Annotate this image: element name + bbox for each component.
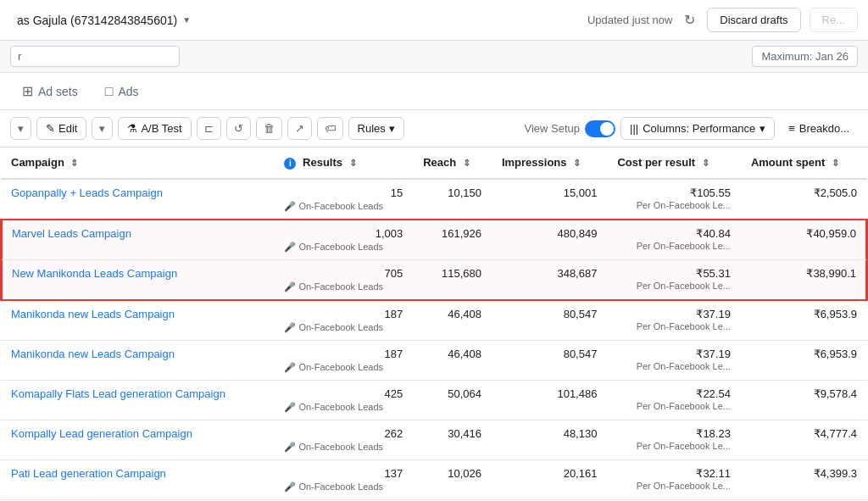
impressions-header-label: Impressions: [502, 156, 567, 169]
amount-cell: ₹4,777.4: [741, 420, 867, 459]
table-row: Kompally Lead generation Campaign 262 🎤 …: [1, 420, 867, 459]
view-setup: View Setup: [525, 120, 616, 137]
campaign-header-label: Campaign: [11, 156, 64, 169]
table-row: New Manikonda Leads Campaign 705 🎤 On-Fa…: [1, 259, 867, 300]
top-bar-right: Updated just now ↻ Discard drafts Re...: [587, 8, 858, 32]
cost-cell: ₹37.19 Per On-Facebook Le...: [607, 340, 741, 380]
campaign-name[interactable]: Marvel Leads Campaign: [12, 227, 264, 240]
ad-sets-icon: ⊞: [22, 83, 33, 99]
tag-button[interactable]: 🏷: [317, 117, 343, 140]
cost-sort-icon: ⇕: [702, 158, 709, 169]
results-cell: 1,003 🎤 On-Facebook Leads: [274, 220, 413, 260]
campaign-name[interactable]: Kompally Lead generation Campaign: [11, 427, 264, 440]
rules-button[interactable]: Rules ▾: [348, 117, 404, 140]
impressions-cell: 80,547: [492, 340, 607, 380]
cost-cell: ₹22.54 Per On-Facebook Le...: [607, 380, 741, 420]
rules-label: Rules: [358, 122, 386, 135]
campaigns-table: Campaign ⇕ i Results ⇕ Reach ⇕ Impressio…: [0, 148, 868, 500]
breakdown-icon: ≡: [788, 122, 795, 135]
table-row: Marvel Leads Campaign 1,003 🎤 On-Faceboo…: [1, 220, 867, 260]
microphone-icon: 🎤: [284, 362, 296, 373]
cost-cell: ₹18.23 Per On-Facebook Le...: [607, 420, 741, 459]
refresh-button[interactable]: ↻: [681, 8, 698, 31]
campaign-cell: Kompally Lead generation Campaign: [1, 420, 274, 459]
results-type: On-Facebook Leads: [298, 322, 383, 332]
cost-cell: ₹40.84 Per On-Facebook Le...: [607, 220, 741, 260]
microphone-icon: 🎤: [284, 322, 296, 333]
edit-label: Edit: [58, 122, 77, 135]
tab-ads[interactable]: □ Ads: [93, 77, 151, 106]
impressions-cell: 101,486: [492, 380, 607, 420]
date-range-input[interactable]: [10, 46, 180, 67]
tab-ad-sets[interactable]: ⊞ Ad sets: [10, 76, 90, 106]
columns-icon: |||: [630, 122, 638, 135]
tabs-row: ⊞ Ad sets □ Ads: [0, 73, 868, 110]
cost-cell: ₹37.19 Per On-Facebook Le...: [607, 300, 741, 341]
review-button[interactable]: Re...: [810, 8, 858, 32]
campaign-name[interactable]: Gopanpally + Leads Campaign: [11, 186, 264, 199]
campaign-name[interactable]: Komapally Flats Lead generation Campaign: [11, 387, 264, 400]
undo-button[interactable]: ↺: [226, 117, 251, 140]
campaign-cell: Gopanpally + Leads Campaign: [1, 179, 274, 220]
amount-cell: ₹38,990.1: [741, 259, 867, 300]
header-amount-spent: Amount spent ⇕: [741, 148, 867, 179]
top-bar: as Gajula (673142843845601) ▼ Updated ju…: [0, 0, 868, 41]
amount-cell: ₹4,399.3: [741, 459, 867, 499]
campaign-cell: Manikonda new Leads Campaign: [1, 340, 274, 380]
campaign-sort-icon: ⇕: [70, 158, 78, 169]
impressions-cell: 348,687: [492, 259, 607, 300]
columns-chevron-icon: ▾: [760, 122, 765, 135]
amount-cell: ₹6,953.9: [741, 340, 867, 380]
results-cell: 187 🎤 On-Facebook Leads: [274, 300, 413, 341]
amount-cell: ₹2,505.0: [741, 179, 867, 220]
edit-more-button[interactable]: ▾: [92, 117, 113, 140]
cost-header-label: Cost per result: [617, 156, 695, 169]
campaign-cell: Komapally Flats Lead generation Campaign: [1, 380, 274, 420]
amount-cell: ₹6,953.9: [741, 300, 867, 341]
reach-cell: 115,680: [413, 259, 492, 300]
move-button[interactable]: ↗: [287, 117, 312, 140]
campaign-cell: Pati Lead generation Campaign: [1, 459, 274, 499]
results-cell: 425 🎤 On-Facebook Leads: [274, 380, 413, 420]
campaign-cell: Manikonda new Leads Campaign: [1, 300, 274, 341]
reach-sort-icon: ⇕: [463, 158, 470, 169]
header-campaign: Campaign ⇕: [1, 148, 274, 179]
results-type: On-Facebook Leads: [298, 242, 383, 252]
account-label: as Gajula (673142843845601): [17, 14, 177, 27]
campaign-name[interactable]: New Manikonda Leads Campaign: [12, 267, 264, 280]
reach-cell: 161,926: [413, 220, 492, 260]
results-cell: 705 🎤 On-Facebook Leads: [274, 259, 413, 300]
account-selector[interactable]: as Gajula (673142843845601) ▼: [10, 10, 198, 31]
max-date-label: Maximum: Jan 26: [752, 46, 858, 67]
campaign-name[interactable]: Manikonda new Leads Campaign: [11, 308, 264, 320]
impressions-cell: 48,130: [492, 420, 607, 459]
campaign-name[interactable]: Pati Lead generation Campaign: [11, 467, 264, 480]
table-row: Komapally Flats Lead generation Campaign…: [1, 380, 867, 420]
chevron-down-icon: ▼: [182, 15, 191, 25]
header-results: i Results ⇕: [274, 148, 413, 179]
view-setup-label: View Setup: [525, 122, 581, 135]
expand-button[interactable]: ▾: [10, 117, 31, 140]
top-bar-left: as Gajula (673142843845601) ▼: [10, 10, 198, 31]
discard-drafts-button[interactable]: Discard drafts: [707, 8, 800, 32]
impressions-cell: 20,161: [492, 459, 607, 499]
edit-button[interactable]: ✎ Edit: [36, 117, 86, 140]
reach-cell: 10,026: [413, 459, 492, 499]
ab-test-button[interactable]: ⚗ A/B Test: [118, 117, 191, 140]
results-type: On-Facebook Leads: [298, 402, 383, 412]
cost-cell: ₹32.11 Per On-Facebook Le...: [607, 459, 741, 499]
toolbar: ▾ ✎ Edit ▾ ⚗ A/B Test ⊏ ↺ 🗑 ↗ 🏷 Rules ▾ …: [0, 110, 868, 148]
campaign-name[interactable]: Manikonda new Leads Campaign: [11, 348, 264, 360]
table-row: Gopanpally + Leads Campaign 15 🎤 On-Face…: [1, 179, 867, 220]
impressions-cell: 480,849: [492, 220, 607, 260]
amount-sort-icon: ⇕: [832, 158, 839, 169]
columns-button[interactable]: ||| Columns: Performance ▾: [620, 117, 775, 140]
microphone-icon: 🎤: [284, 482, 296, 493]
delete-button[interactable]: 🗑: [256, 117, 282, 140]
duplicate-button[interactable]: ⊏: [197, 117, 221, 140]
updated-text: Updated just now: [587, 14, 672, 26]
results-info-icon[interactable]: i: [284, 158, 296, 170]
view-setup-toggle[interactable]: [585, 120, 615, 137]
breakdown-button[interactable]: ≡ Breakdo...: [780, 118, 858, 139]
table-row: Pati Lead generation Campaign 137 🎤 On-F…: [1, 459, 867, 499]
